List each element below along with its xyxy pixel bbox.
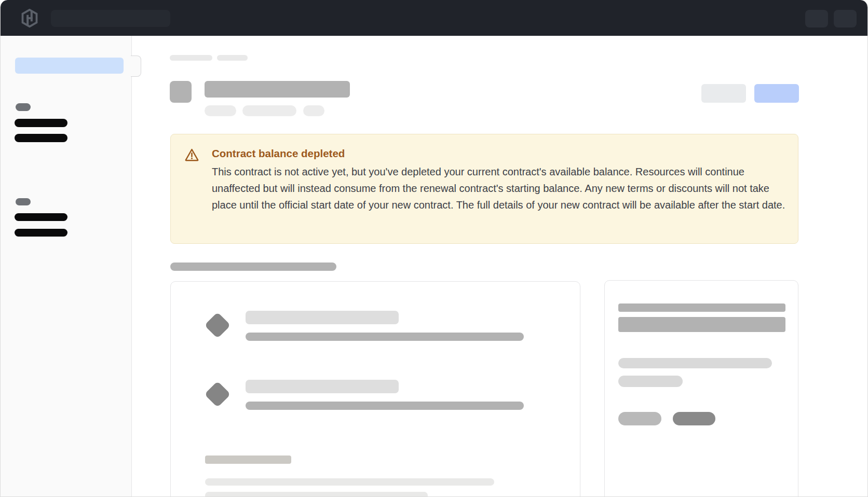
- avatar-skeleton: [170, 81, 192, 103]
- sidebar-item-selected[interactable]: [15, 58, 124, 74]
- card-action-button-skeleton[interactable]: [673, 412, 715, 425]
- summary-line-skeleton: [618, 376, 683, 387]
- breadcrumb-segment-skeleton: [170, 55, 212, 61]
- global-search-input[interactable]: [51, 10, 170, 27]
- diamond-bullet-icon: [205, 381, 231, 408]
- diamond-bullet-icon: [205, 312, 231, 339]
- sidebar: [1, 36, 132, 497]
- footer-line-skeleton: [205, 492, 428, 497]
- sidebar-section-label-skeleton: [16, 103, 31, 111]
- header-account-button[interactable]: [834, 10, 857, 27]
- list-item-subtitle-skeleton: [246, 333, 524, 341]
- summary-title-skeleton: [618, 303, 785, 312]
- sidebar-item[interactable]: [15, 229, 67, 237]
- sidebar-item[interactable]: [15, 119, 67, 127]
- badge-skeleton: [303, 105, 324, 116]
- footer-label-skeleton: [205, 455, 291, 464]
- sidebar-item[interactable]: [15, 134, 67, 142]
- breadcrumb-segment-skeleton: [217, 55, 248, 61]
- sidebar-section-label-skeleton: [16, 198, 31, 205]
- summary-line-skeleton: [618, 358, 772, 368]
- hashicorp-logo-icon[interactable]: [20, 9, 39, 27]
- primary-button-skeleton[interactable]: [754, 84, 799, 103]
- warning-triangle-icon: [184, 147, 199, 162]
- top-navbar: [1, 0, 867, 36]
- list-item-title-skeleton: [246, 380, 399, 393]
- contract-list-card: [170, 281, 580, 497]
- summary-heading-skeleton: [618, 317, 785, 332]
- badge-skeleton: [242, 105, 296, 116]
- list-item-title-skeleton: [246, 311, 399, 324]
- page-title-skeleton: [205, 81, 350, 98]
- alert-title: Contract balance depleted: [212, 146, 345, 161]
- section-heading-skeleton: [170, 263, 336, 271]
- badge-skeleton: [205, 105, 236, 116]
- alert-body-text: This contract is not active yet, but you…: [212, 163, 785, 213]
- header-help-button[interactable]: [805, 10, 828, 27]
- card-action-button-skeleton[interactable]: [618, 412, 661, 425]
- secondary-button-skeleton[interactable]: [701, 84, 746, 103]
- sidebar-collapse-handle[interactable]: [131, 56, 141, 77]
- contract-warning-alert: Contract balance depleted This contract …: [170, 134, 798, 244]
- footer-line-skeleton: [205, 478, 494, 486]
- sidebar-item[interactable]: [15, 213, 67, 221]
- list-item-subtitle-skeleton: [246, 402, 524, 410]
- summary-card: [604, 280, 798, 497]
- app-window: Contract balance depleted This contract …: [0, 0, 868, 497]
